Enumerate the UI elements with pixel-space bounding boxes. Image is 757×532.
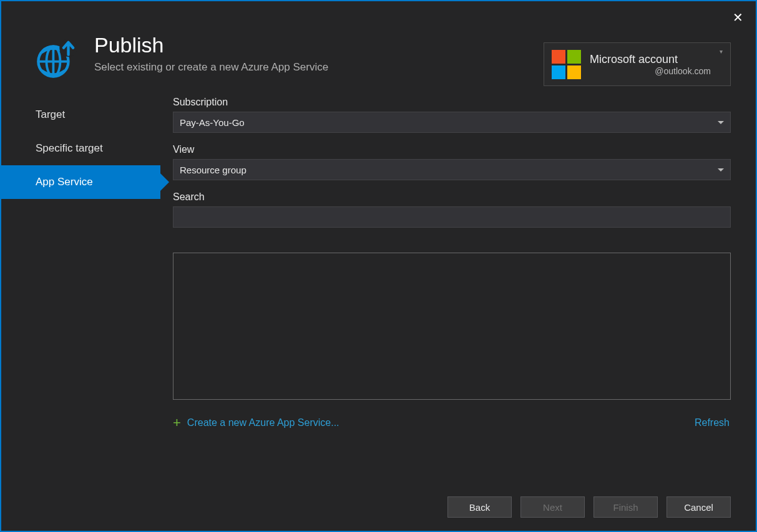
dialog-title: Publish (94, 33, 328, 57)
microsoft-logo-icon (552, 50, 581, 79)
account-selector[interactable]: Microsoft account @outlook.com ▾ (544, 42, 731, 86)
resource-list[interactable] (173, 253, 731, 400)
cancel-button[interactable]: Cancel (667, 496, 731, 518)
chevron-down-icon: ▾ (720, 48, 723, 55)
account-text: Microsoft account @outlook.com (590, 53, 711, 76)
publish-globe-icon (36, 36, 79, 79)
view-select[interactable]: Resource group (173, 159, 731, 180)
next-button: Next (520, 496, 585, 518)
dialog-footer: Back Next Finish Cancel (1, 483, 756, 531)
close-button[interactable]: ✕ (733, 10, 743, 25)
sidebar-item-label: App Service (36, 176, 93, 188)
account-email: @outlook.com (590, 66, 711, 76)
wizard-sidebar: Target Specific target App Service (1, 85, 160, 483)
view-value: Resource group (180, 165, 247, 175)
sidebar-item-target[interactable]: Target (1, 98, 160, 132)
subscription-select[interactable]: Pay-As-You-Go (173, 112, 731, 133)
finish-button: Finish (593, 496, 658, 518)
sidebar-item-label: Target (36, 109, 65, 121)
view-label: View (173, 144, 731, 155)
back-button[interactable]: Back (447, 496, 512, 518)
create-new-app-service-link[interactable]: + Create a new Azure App Service... (173, 415, 339, 431)
plus-icon: + (173, 415, 181, 431)
sidebar-item-app-service[interactable]: App Service (1, 165, 160, 199)
search-input[interactable] (173, 206, 731, 228)
create-link-label: Create a new Azure App Service... (187, 417, 339, 428)
subscription-label: Subscription (173, 97, 731, 108)
refresh-link[interactable]: Refresh (695, 417, 730, 428)
sidebar-item-specific-target[interactable]: Specific target (1, 132, 160, 165)
header-text: Publish Select existing or create a new … (94, 36, 328, 74)
subscription-value: Pay-As-You-Go (180, 117, 245, 128)
dialog-subtitle: Select existing or create a new Azure Ap… (94, 61, 328, 74)
publish-dialog: ✕ Publish Select existing or create a ne… (0, 0, 757, 532)
main-panel: Subscription Pay-As-You-Go View Resource… (160, 85, 731, 483)
account-label: Microsoft account (590, 53, 711, 66)
sidebar-item-label: Specific target (36, 142, 103, 155)
search-label: Search (173, 191, 731, 203)
